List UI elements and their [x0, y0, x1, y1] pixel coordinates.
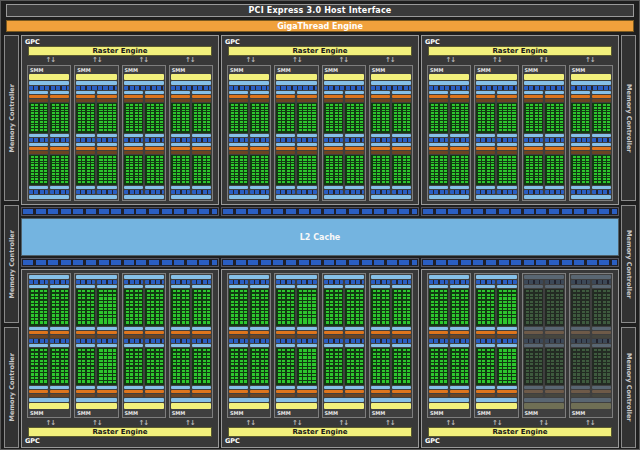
- smm-label: SMM: [229, 67, 244, 73]
- register-file-bar: [545, 151, 564, 154]
- instruction-cache-bar: [371, 398, 411, 402]
- cuda-core-grid: [124, 155, 143, 185]
- updown-arrows-icon: ↑↓: [320, 56, 367, 64]
- updown-arrows-icon: ↑↓: [227, 419, 274, 427]
- warp-scheduler-bar: [476, 143, 495, 146]
- texture-units-bar: [97, 339, 116, 343]
- register-file-bar: [545, 394, 564, 397]
- register-file-bar: [592, 394, 611, 397]
- texture-cache-bar: [192, 186, 211, 189]
- warp-scheduler-bar: [592, 327, 611, 330]
- processing-block: [145, 280, 164, 338]
- gpc-label-row: GPC: [224, 437, 416, 445]
- cuda-core-grid: [450, 103, 469, 133]
- processing-block: [345, 339, 364, 397]
- texture-cache-bar: [450, 186, 469, 189]
- polymorph-engine-bar: [276, 403, 316, 409]
- processing-block: [276, 280, 295, 338]
- smm-label-row: SMM: [429, 410, 469, 416]
- polymorph-engine-bar: [229, 74, 269, 80]
- texture-cache-bar: [392, 285, 411, 288]
- cuda-core-grid: [345, 348, 364, 385]
- texture-units-bar: [50, 339, 69, 343]
- dispatch-unit-bar: [392, 390, 411, 393]
- processing-block: [345, 280, 364, 338]
- smm-label: SMM: [276, 67, 291, 73]
- dispatch-unit-bar: [476, 147, 495, 150]
- cuda-core-grid: [229, 289, 248, 326]
- processing-block: [192, 280, 211, 338]
- warp-scheduler-bar: [476, 91, 495, 94]
- updown-arrows-icon: ↑↓: [120, 56, 167, 64]
- register-file-bar: [392, 151, 411, 154]
- cuda-core-grid: [229, 103, 248, 133]
- texture-cache-bar: [29, 186, 48, 189]
- register-file-bar: [192, 335, 211, 338]
- cuda-core-grid: [250, 289, 269, 326]
- chip-layout-grid: Memory Controller Memory Controller Memo…: [4, 35, 636, 448]
- texture-units-bar: [324, 280, 343, 284]
- register-file-bar: [145, 151, 164, 154]
- processing-block: [324, 143, 343, 194]
- dispatch-unit-bar: [171, 147, 190, 150]
- dispatch-unit-bar: [76, 95, 95, 98]
- shared-memory-bar: [229, 275, 269, 279]
- processing-block: [297, 91, 316, 142]
- dispatch-unit-bar: [450, 331, 469, 334]
- texture-units-bar: [97, 138, 116, 142]
- texture-cache-bar: [124, 285, 143, 288]
- smm-unit: SMM: [474, 65, 518, 201]
- texture-units-bar: [50, 138, 69, 142]
- instruction-cache-bar: [171, 81, 211, 85]
- cuda-core-grid: [97, 103, 116, 133]
- smm-columns: [276, 280, 316, 397]
- register-file-bar: [371, 99, 390, 102]
- register-file-bar: [145, 335, 164, 338]
- cuda-core-grid: [392, 103, 411, 133]
- processing-block: [571, 280, 590, 338]
- dispatch-unit-bar: [476, 390, 495, 393]
- raster-engine-bar: Raster Engine: [228, 427, 412, 437]
- processing-block: [76, 280, 95, 338]
- warp-scheduler-bar: [571, 386, 590, 389]
- processing-block: [250, 339, 269, 397]
- texture-cache-bar: [50, 285, 69, 288]
- updown-arrows-icon: ↑↓: [367, 56, 414, 64]
- register-file-bar: [29, 99, 48, 102]
- texture-cache-bar: [229, 186, 248, 189]
- instruction-cache-bar: [476, 81, 516, 85]
- dispatch-unit-bar: [171, 390, 190, 393]
- dispatch-unit-bar: [250, 147, 269, 150]
- texture-cache-bar: [145, 344, 164, 347]
- partition-segment-blocks: [223, 209, 417, 214]
- cuda-core-grid: [229, 155, 248, 185]
- texture-cache-bar: [29, 134, 48, 137]
- register-file-bar: [345, 151, 364, 154]
- smm-column: [250, 91, 269, 194]
- processing-block: [250, 143, 269, 194]
- warp-scheduler-bar: [592, 386, 611, 389]
- register-file-bar: [276, 99, 295, 102]
- smm-column: [97, 91, 116, 194]
- dispatch-unit-bar: [476, 95, 495, 98]
- memory-controller-box: Memory Controller: [4, 327, 19, 448]
- dispatch-unit-bar: [192, 331, 211, 334]
- raster-engine-label: Raster Engine: [492, 47, 547, 55]
- warp-scheduler-bar: [450, 91, 469, 94]
- updown-arrows-icon: ↑↓: [427, 56, 474, 64]
- texture-cache-bar: [124, 344, 143, 347]
- gpc-label: GPC: [424, 437, 440, 445]
- smm-columns: [171, 91, 211, 194]
- warp-scheduler-bar: [324, 386, 343, 389]
- texture-cache-bar: [76, 285, 95, 288]
- cuda-core-grid: [450, 289, 469, 326]
- texture-units-bar: [50, 280, 69, 284]
- texture-cache-bar: [276, 134, 295, 137]
- smm-columns: [124, 280, 164, 397]
- dispatch-unit-bar: [592, 390, 611, 393]
- texture-units-bar: [497, 339, 516, 343]
- texture-units-bar: [450, 280, 469, 284]
- dispatch-unit-bar: [124, 331, 143, 334]
- polymorph-engine-bar: [571, 74, 611, 80]
- texture-cache-bar: [76, 186, 95, 189]
